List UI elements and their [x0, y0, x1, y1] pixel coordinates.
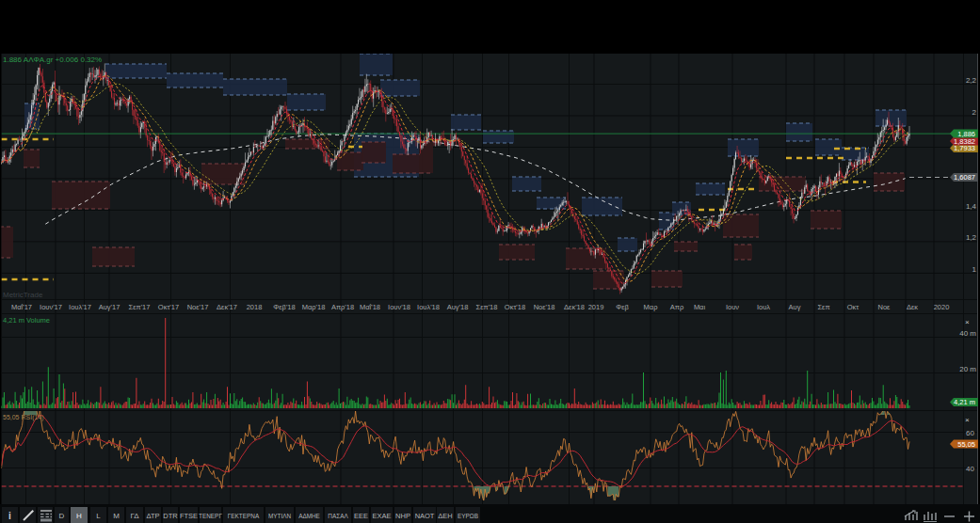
svg-text:60: 60 [966, 429, 974, 437]
svg-text:Ιουλ: Ιουλ [757, 303, 770, 311]
svg-text:ΜΥΤΙΛΝ: ΜΥΤΙΛΝ [268, 513, 292, 519]
svg-text:ΔΤΡ: ΔΤΡ [146, 512, 159, 520]
svg-text:Ιουν'18: Ιουν'18 [388, 303, 410, 311]
svg-text:Σεπ'17: Σεπ'17 [129, 303, 151, 311]
svg-text:1.886 ΑΛΦΑ.gr +0.006 0.32%: 1.886 ΑΛΦΑ.gr +0.006 0.32% [3, 55, 102, 64]
svg-text:Φεβ: Φεβ [616, 303, 629, 311]
svg-text:4,21 m Volume: 4,21 m Volume [3, 316, 50, 325]
svg-text:55,05 RSI(14): 55,05 RSI(14) [3, 414, 44, 421]
svg-text:Οκτ'17: Οκτ'17 [158, 303, 179, 311]
svg-text:Ιουν'17: Ιουν'17 [40, 303, 62, 311]
svg-text:20 m: 20 m [959, 365, 976, 373]
svg-text:Νοε'18: Νοε'18 [534, 303, 555, 311]
svg-text:ΠΑΣΑΛ: ΠΑΣΑΛ [328, 513, 348, 519]
svg-text:Αυγ: Αυγ [789, 303, 801, 311]
svg-text:Μαΐ'17: Μαΐ'17 [11, 303, 32, 311]
svg-text:Δεκ'18: Δεκ'18 [564, 303, 585, 311]
svg-text:Απρ'18: Απρ'18 [331, 303, 354, 311]
svg-text:1,6087: 1,6087 [954, 173, 975, 182]
svg-text:Νοε: Νοε [878, 303, 892, 311]
svg-text:ΕΧΑΕ: ΕΧΑΕ [372, 512, 391, 520]
svg-text:Μαρ: Μαρ [644, 303, 658, 311]
svg-text:×: × [965, 318, 970, 326]
svg-text:1,886: 1,886 [957, 130, 975, 138]
svg-text:ΓΕΚΤΕΡΝΑ: ΓΕΚΤΕΡΝΑ [228, 513, 260, 519]
svg-text:55,05: 55,05 [957, 440, 975, 449]
svg-text:ΑΔΜΗΕ: ΑΔΜΗΕ [298, 513, 320, 519]
svg-text:Σεπ'18: Σεπ'18 [476, 303, 498, 311]
svg-text:Μαρ'18: Μαρ'18 [302, 303, 326, 311]
svg-text:Ιουλ'18: Ιουλ'18 [417, 303, 440, 311]
svg-text:D: D [59, 512, 65, 520]
svg-text:H: H [76, 512, 82, 520]
svg-text:1,4: 1,4 [966, 202, 977, 211]
svg-text:ΕΥΡΩΒ: ΕΥΡΩΒ [458, 513, 478, 519]
svg-text:Μαΐ'18: Μαΐ'18 [360, 303, 380, 311]
svg-text:Αυγ'18: Αυγ'18 [447, 303, 469, 311]
svg-text:M: M [113, 512, 120, 520]
svg-text:1,8382: 1,8382 [954, 137, 975, 146]
svg-text:Απρ: Απρ [670, 303, 683, 311]
svg-text:2019: 2019 [588, 303, 604, 311]
svg-text:Δεκ'17: Δεκ'17 [217, 303, 237, 311]
svg-text:Αυγ'17: Αυγ'17 [99, 303, 120, 311]
svg-text:2018: 2018 [247, 303, 263, 311]
svg-text:ΤΕΝΕΡΓ: ΤΕΝΕΡΓ [199, 513, 222, 519]
svg-text:4,21 m: 4,21 m [954, 398, 975, 406]
svg-text:FTSE: FTSE [180, 512, 198, 520]
svg-text:DTR: DTR [163, 512, 178, 520]
svg-text:40 m: 40 m [959, 329, 976, 338]
svg-text:2: 2 [972, 108, 977, 117]
svg-text:40: 40 [966, 465, 974, 473]
svg-text:Ιουν: Ιουν [726, 303, 739, 311]
svg-text:2,2: 2,2 [966, 76, 977, 85]
svg-text:Οκτ: Οκτ [847, 303, 860, 311]
svg-text:Ιουλ'17: Ιουλ'17 [69, 303, 91, 311]
svg-text:ΝΗΡ: ΝΗΡ [395, 512, 410, 520]
svg-text:1: 1 [972, 265, 977, 274]
svg-text:Φεβ'18: Φεβ'18 [273, 303, 295, 311]
svg-text:MetricTrade: MetricTrade [3, 291, 43, 299]
svg-text:Μαι: Μαι [694, 303, 706, 311]
svg-text:i: i [8, 511, 11, 521]
svg-text:ΓΔ: ΓΔ [130, 512, 139, 520]
svg-text:Οκτ'18: Οκτ'18 [505, 303, 525, 311]
svg-text:ΕΕΕ: ΕΕΕ [354, 512, 368, 520]
svg-text:1,2: 1,2 [966, 233, 977, 242]
svg-text:ΝΑΟΤ: ΝΑΟΤ [415, 512, 435, 520]
svg-text:Νοε'17: Νοε'17 [187, 303, 209, 311]
svg-text:ΔΕΗ: ΔΕΗ [438, 512, 452, 520]
svg-text:2020: 2020 [934, 303, 950, 311]
svg-text:Δεκ: Δεκ [907, 303, 918, 311]
svg-text:L: L [96, 512, 101, 520]
svg-text:×: × [965, 416, 970, 424]
svg-text:Σεπ: Σεπ [817, 303, 829, 311]
